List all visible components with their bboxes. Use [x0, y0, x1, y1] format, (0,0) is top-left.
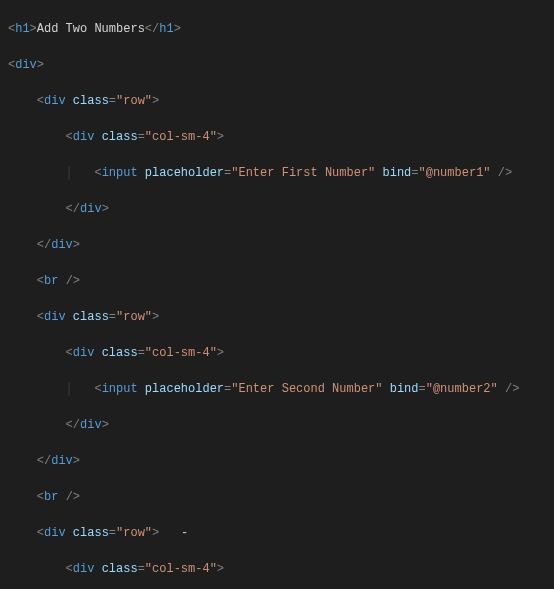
code-line: </div> — [0, 416, 554, 434]
code-line: <br /> — [0, 488, 554, 506]
code-line: <div class="col-sm-4"> — [0, 560, 554, 578]
code-line: <div class="col-sm-4"> — [0, 344, 554, 362]
code-line: <div class="row"> - — [0, 524, 554, 542]
code-editor[interactable]: <h1>Add Two Numbers</h1> <div> <div clas… — [0, 0, 554, 589]
code-line: │ <input placeholder="Enter Second Numbe… — [0, 380, 554, 398]
code-line: </div> — [0, 200, 554, 218]
code-line: <h1>Add Two Numbers</h1> — [0, 20, 554, 38]
code-line: <br /> — [0, 272, 554, 290]
code-line: <div> — [0, 56, 554, 74]
code-line: <div class="col-sm-4"> — [0, 128, 554, 146]
code-line: </div> — [0, 236, 554, 254]
code-line: <div class="row"> — [0, 92, 554, 110]
code-line: │ <input placeholder="Enter First Number… — [0, 164, 554, 182]
code-line: <div class="row"> — [0, 308, 554, 326]
code-line: </div> — [0, 452, 554, 470]
